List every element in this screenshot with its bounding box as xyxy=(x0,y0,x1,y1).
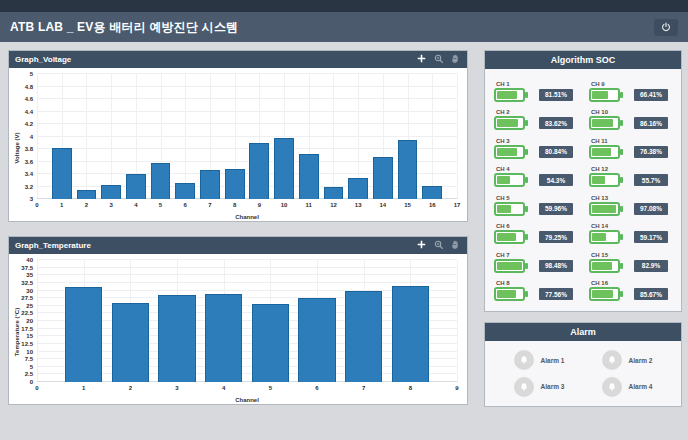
x-tick-label: 11 xyxy=(306,199,312,208)
magnifier-icon xyxy=(434,54,444,66)
battery-nub xyxy=(525,92,528,98)
soc-channel-label: CH 8 xyxy=(496,280,577,286)
bar-channel-4 xyxy=(126,174,146,199)
voltage-panel: Graph_Voltage Voltage (V) 33.23.43.63.84… xyxy=(8,50,468,222)
y-tick-label: 37.5 xyxy=(21,265,37,271)
gridline xyxy=(37,282,457,283)
alarm-indicator-1: Alarm 1 xyxy=(495,347,583,374)
y-tick-label: 4.2 xyxy=(25,121,37,127)
y-tick-label: 4 xyxy=(30,134,37,140)
bar-channel-3 xyxy=(158,295,195,382)
power-button[interactable] xyxy=(654,19,678,36)
gridline xyxy=(432,74,433,199)
soc-channel-label: CH 6 xyxy=(496,223,577,229)
x-tick-label: 16 xyxy=(429,199,436,208)
x-axis-line xyxy=(37,198,457,199)
y-tick-label: 2.5 xyxy=(25,371,37,377)
bar-channel-11 xyxy=(299,154,319,199)
x-tick-label: 0 xyxy=(35,199,38,208)
gridline xyxy=(457,260,458,382)
hand-icon xyxy=(451,54,460,66)
battery-icon xyxy=(494,287,525,301)
soc-panel: Algorithm SOC CH 181.51%CH 283.62%CH 380… xyxy=(484,50,682,312)
battery-nub xyxy=(620,120,623,126)
hand-icon xyxy=(451,240,460,252)
magnifier-icon xyxy=(434,240,444,252)
bar-channel-6 xyxy=(298,298,335,382)
battery-fill xyxy=(497,205,511,213)
soc-channel-row: 86.16% xyxy=(589,116,672,130)
battery-fill xyxy=(497,262,522,270)
soc-grid: CH 181.51%CH 283.62%CH 380.84%CH 454.3%C… xyxy=(485,69,681,311)
app-title: ATB LAB _ EV용 배터리 예방진단 시스템 xyxy=(10,19,238,36)
voltage-panel-title: Graph_Voltage xyxy=(15,55,71,64)
soc-channel-row: 66.41% xyxy=(589,88,672,102)
gridline xyxy=(37,98,457,99)
temperature-x-axis-label: Channel xyxy=(37,397,457,403)
y-tick-label: 35 xyxy=(26,272,37,278)
soc-value-badge: 85.67% xyxy=(634,288,668,300)
soc-channel-label: CH 15 xyxy=(591,252,672,258)
soc-value-badge: 86.16% xyxy=(634,117,668,129)
battery-fill xyxy=(592,119,613,127)
soc-value-badge: 55.7% xyxy=(634,174,668,186)
x-tick-label: 3 xyxy=(175,382,178,391)
soc-channel-8: CH 877.56% xyxy=(494,277,577,306)
pan-tool-button[interactable] xyxy=(450,240,461,251)
bar-channel-13 xyxy=(348,178,368,199)
bar-channel-1 xyxy=(52,148,72,199)
pan-tool-button[interactable] xyxy=(450,54,461,65)
soc-value-badge: 98.48% xyxy=(539,260,573,272)
soc-channel-row: 82.9% xyxy=(589,259,672,273)
gridline xyxy=(37,274,457,275)
voltage-chart: Voltage (V) 33.23.43.63.844.24.44.64.850… xyxy=(9,68,467,221)
x-tick-label: 4 xyxy=(134,199,137,208)
y-tick-label: 3.6 xyxy=(25,159,37,165)
soc-channel-16: CH 1685.67% xyxy=(589,277,672,306)
add-tool-button[interactable] xyxy=(416,54,427,65)
y-tick-label: 10 xyxy=(26,349,37,355)
zoom-tool-button[interactable] xyxy=(433,54,444,65)
soc-value-badge: 59.17% xyxy=(634,231,668,243)
battery-icon xyxy=(494,202,525,216)
battery-nub xyxy=(525,206,528,212)
battery-nub xyxy=(525,120,528,126)
battery-icon xyxy=(589,202,620,216)
alarm-panel-title: Alarm xyxy=(570,327,596,337)
soc-value-badge: 66.41% xyxy=(634,89,668,101)
bar-channel-10 xyxy=(274,138,294,199)
battery-nub xyxy=(620,263,623,269)
alarm-panel-header: Alarm xyxy=(485,323,681,341)
bar-channel-16 xyxy=(422,186,442,199)
alarm-status-light xyxy=(514,350,534,370)
zoom-tool-button[interactable] xyxy=(433,240,444,251)
soc-channel-label: CH 10 xyxy=(591,109,672,115)
gridline xyxy=(37,74,38,199)
battery-icon xyxy=(494,88,525,102)
bar-channel-8 xyxy=(392,286,429,382)
battery-icon xyxy=(589,173,620,187)
plus-icon xyxy=(417,54,426,65)
temperature-panel-header: Graph_Temperature xyxy=(9,237,467,254)
soc-channel-12: CH 1255.7% xyxy=(589,163,672,192)
voltage-panel-header: Graph_Voltage xyxy=(9,51,467,68)
x-tick-label: 3 xyxy=(109,199,112,208)
x-tick-label: 1 xyxy=(60,199,63,208)
battery-nub xyxy=(620,291,623,297)
x-tick-label: 7 xyxy=(208,199,211,208)
soc-channel-11: CH 1176.38% xyxy=(589,134,672,163)
y-tick-label: 5 xyxy=(30,364,37,370)
alarm-panel: Alarm Alarm 1Alarm 2Alarm 3Alarm 4 xyxy=(484,322,682,407)
x-tick-label: 17 xyxy=(454,199,461,208)
battery-fill xyxy=(497,176,510,184)
soc-channel-label: CH 11 xyxy=(591,138,672,144)
gridline xyxy=(333,74,334,199)
soc-channel-row: 97.08% xyxy=(589,202,672,216)
x-tick-label: 12 xyxy=(330,199,337,208)
soc-channel-label: CH 16 xyxy=(591,280,672,286)
y-tick-label: 3.8 xyxy=(25,146,37,152)
voltage-chart-toolbar xyxy=(416,54,461,65)
add-tool-button[interactable] xyxy=(416,240,427,251)
power-icon xyxy=(661,20,671,35)
x-tick-label: 5 xyxy=(269,382,272,391)
